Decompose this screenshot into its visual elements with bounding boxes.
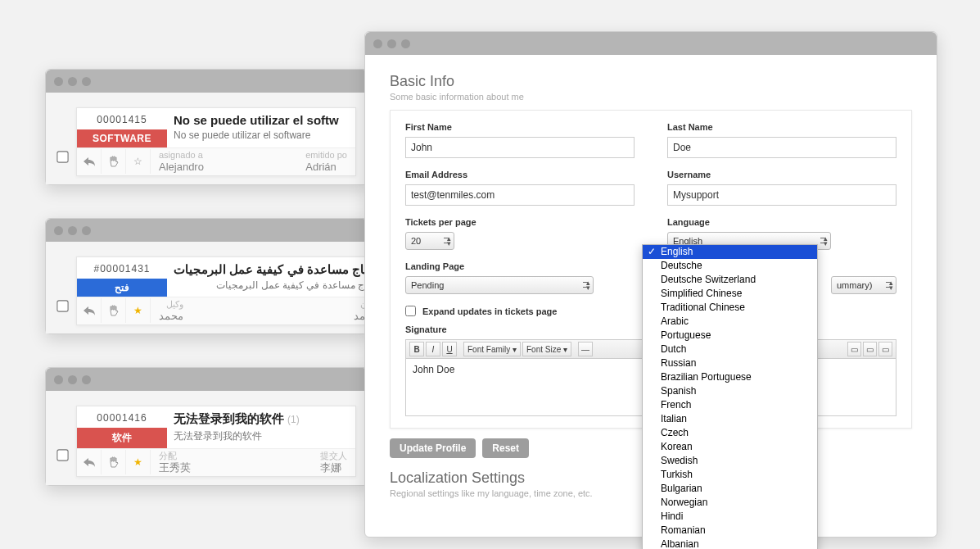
- language-option[interactable]: Deutsche Switzerland: [643, 273, 817, 287]
- expand-updates-label: Expand updates in tickets page: [422, 306, 557, 316]
- reply-icon[interactable]: [77, 298, 102, 323]
- language-option[interactable]: Bulgarian: [643, 482, 817, 496]
- toolbar-button[interactable]: —: [578, 342, 593, 356]
- ticket-card: 00001416 软件 无法登录到我的软件(1) 无法登录到我的软件: [57, 406, 356, 477]
- language-option[interactable]: Norwegian: [643, 496, 817, 510]
- ticket-checkbox[interactable]: [56, 151, 68, 162]
- language-label: Language: [667, 217, 896, 227]
- issued-meta: emitido po Adrián: [297, 148, 355, 175]
- section-subtitle: Some basic information about me: [390, 92, 912, 102]
- last-name-input[interactable]: [667, 137, 896, 158]
- ticket-subtitle: 无法登录到我的软件: [174, 429, 349, 443]
- ticket-main[interactable]: #00001431 فتح تحتاج مساعدة في كيفية عمل …: [76, 256, 387, 325]
- window-dot[interactable]: [68, 77, 77, 86]
- language-option[interactable]: Brazilian Portuguese: [643, 370, 817, 384]
- language-option[interactable]: Hindi: [643, 510, 817, 524]
- window-dot[interactable]: [68, 375, 77, 384]
- tickets-per-page-select[interactable]: 20 ▴▾: [405, 232, 454, 250]
- ticket-subtitle: No se puede utilizar el software: [174, 129, 349, 141]
- language-option[interactable]: Russian: [643, 356, 817, 370]
- language-option[interactable]: Romanian: [643, 524, 817, 538]
- window-dot[interactable]: [387, 39, 396, 48]
- window-dot[interactable]: [54, 375, 63, 384]
- hand-icon[interactable]: [102, 298, 126, 323]
- ticket-body: #00001431 فتح تحتاج مساعدة في كيفية عمل …: [46, 242, 368, 333]
- ticket-action-bar: ★ 分配 王秀英 提交人 李娜: [77, 448, 355, 476]
- window-dot[interactable]: [82, 226, 91, 235]
- font-size-select[interactable]: Font Size ▾: [522, 342, 571, 356]
- summary-select[interactable]: ummary) ▴▾: [831, 276, 896, 294]
- star-icon[interactable]: ☆: [126, 149, 151, 174]
- bold-button[interactable]: B: [409, 342, 424, 356]
- window-dot[interactable]: [68, 226, 77, 235]
- reply-icon[interactable]: [77, 450, 102, 474]
- expand-updates-checkbox[interactable]: [405, 306, 416, 316]
- language-option[interactable]: Korean: [643, 440, 817, 454]
- language-option[interactable]: Swedish: [643, 454, 817, 468]
- chevron-down-icon: ▾: [563, 345, 567, 354]
- toolbar-button[interactable]: ▭: [847, 342, 861, 356]
- titlebar: [46, 368, 368, 391]
- language-option[interactable]: Deutsche: [643, 259, 817, 273]
- email-label: Email Address: [405, 170, 635, 179]
- ticket-checkbox[interactable]: [56, 300, 68, 311]
- landing-page-select[interactable]: Pending ▴▾: [405, 276, 594, 294]
- reply-icon[interactable]: [77, 149, 102, 174]
- ticket-title: No se puede utilizar el softw: [174, 113, 349, 127]
- star-icon[interactable]: ★: [126, 298, 151, 323]
- assigned-meta: asignado a Alejandro: [151, 148, 212, 175]
- ticket-body: 00001416 软件 无法登录到我的软件(1) 无法登录到我的软件: [46, 391, 368, 485]
- language-option[interactable]: Italian: [643, 412, 817, 426]
- language-option[interactable]: Dutch: [643, 343, 817, 356]
- hand-icon[interactable]: [102, 149, 126, 174]
- ticket-tag: فتح: [77, 279, 167, 297]
- ticket-id: 00001416: [77, 406, 167, 428]
- language-option[interactable]: English: [643, 245, 817, 259]
- window-dot[interactable]: [54, 77, 63, 86]
- hand-icon[interactable]: [102, 450, 126, 474]
- underline-button[interactable]: U: [442, 342, 457, 356]
- language-option[interactable]: Czech: [643, 426, 817, 440]
- language-option[interactable]: Arabic: [643, 315, 817, 329]
- ticket-tag: 软件: [77, 428, 167, 448]
- ticket-checkbox[interactable]: [56, 449, 68, 461]
- username-input[interactable]: [667, 184, 896, 206]
- ticket-window: 00001416 软件 无法登录到我的软件(1) 无法登录到我的软件: [45, 367, 368, 486]
- ticket-id: #00001431: [77, 257, 167, 279]
- window-dot[interactable]: [373, 39, 382, 48]
- window-dot[interactable]: [401, 39, 410, 48]
- email-input[interactable]: [405, 184, 635, 206]
- ticket-main[interactable]: 00001415 SOFTWARE No se puede utilizar e…: [76, 107, 356, 176]
- language-option[interactable]: Traditional Chinese: [643, 301, 817, 315]
- ticket-main[interactable]: 00001416 软件 无法登录到我的软件(1) 无法登录到我的软件: [76, 406, 356, 477]
- window-dot[interactable]: [82, 77, 91, 86]
- chevron-down-icon: ▾: [513, 345, 517, 354]
- update-profile-button[interactable]: Update Profile: [390, 438, 476, 458]
- italic-button[interactable]: I: [426, 342, 440, 356]
- language-option[interactable]: Albanian: [643, 538, 817, 549]
- assigned-meta: 分配 王秀英: [151, 449, 199, 476]
- ticket-subtitle: تحتاج مساعدة في كيفية عمل البرمجيات: [174, 279, 380, 291]
- landing-page-label: Landing Page: [405, 261, 635, 271]
- star-icon[interactable]: ★: [126, 450, 151, 474]
- window-dot[interactable]: [54, 226, 63, 235]
- language-dropdown-menu[interactable]: EnglishDeutscheDeutsche SwitzerlandSimpl…: [642, 244, 818, 549]
- first-name-input[interactable]: [405, 137, 635, 158]
- language-option[interactable]: French: [643, 398, 817, 412]
- font-family-value: Font Family: [467, 345, 510, 354]
- toolbar-button[interactable]: ▭: [863, 342, 877, 356]
- titlebar: [46, 70, 368, 93]
- reset-button[interactable]: Reset: [482, 438, 529, 458]
- language-option[interactable]: Turkish: [643, 468, 817, 482]
- ticket-count: (1): [287, 414, 300, 425]
- toolbar-button[interactable]: ▭: [878, 342, 892, 356]
- issued-meta: 提交人 李娜: [312, 449, 355, 476]
- language-option[interactable]: Portuguese: [643, 329, 817, 343]
- username-label: Username: [667, 170, 896, 179]
- window-dot[interactable]: [82, 375, 91, 384]
- font-family-select[interactable]: Font Family ▾: [463, 342, 521, 356]
- language-option[interactable]: Simplified Chinese: [643, 287, 817, 301]
- font-size-value: Font Size: [526, 345, 561, 354]
- language-option[interactable]: Spanish: [643, 384, 817, 398]
- titlebar: [365, 32, 937, 55]
